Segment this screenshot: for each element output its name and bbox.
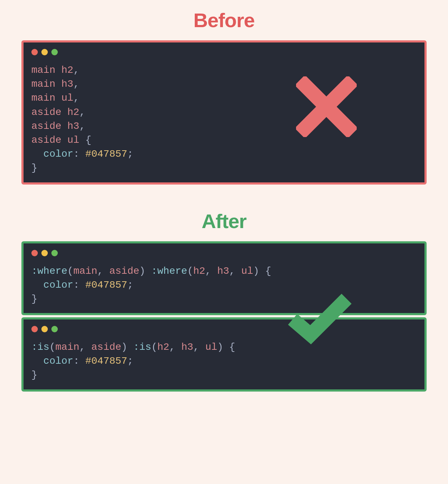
- window-traffic-lights: [31, 49, 417, 55]
- code-token: h2: [193, 266, 205, 277]
- code-token: color: [44, 279, 73, 291]
- after-code-card-where: :where(main, aside) :where(h2, h3, ul) {…: [21, 241, 427, 316]
- code-token: main h2: [31, 65, 73, 76]
- after-code-card-is: :is(main, aside) :is(h2, h3, ul) { color…: [21, 317, 427, 392]
- code-token: }: [31, 293, 37, 304]
- code-token: ul: [205, 342, 217, 353]
- code-token: ul: [241, 266, 253, 277]
- window-traffic-lights: [31, 250, 417, 256]
- code-token: aside h3: [31, 121, 79, 132]
- code-token: ,: [73, 92, 80, 104]
- code-token: ;: [127, 148, 133, 160]
- traffic-green-icon: [51, 326, 58, 332]
- code-token: h3: [181, 342, 193, 353]
- traffic-red-icon: [31, 49, 38, 55]
- code-token: aside: [91, 342, 121, 353]
- code-token: ,: [169, 342, 182, 353]
- check-icon: [287, 291, 352, 345]
- traffic-red-icon: [31, 326, 38, 332]
- before-code-card: main h2, main h3, main ul, aside h2, asi…: [21, 40, 427, 185]
- code-token: }: [31, 369, 37, 380]
- traffic-green-icon: [51, 49, 58, 55]
- code-token: main ul: [31, 92, 73, 104]
- code-token: [145, 266, 151, 277]
- code-token: }: [31, 162, 37, 173]
- after-section: :where(main, aside) :where(h2, h3, ul) {…: [0, 241, 448, 392]
- before-code: main h2, main h3, main ul, aside h2, asi…: [31, 63, 417, 175]
- code-token: :: [73, 279, 86, 291]
- code-token: #047857: [85, 279, 127, 291]
- code-token: h2: [157, 342, 169, 353]
- code-token: color: [44, 356, 73, 367]
- code-token: :is: [31, 342, 49, 353]
- after-code-where: :where(main, aside) :where(h2, h3, ul) {…: [31, 264, 417, 306]
- code-token: #047857: [85, 148, 127, 160]
- code-token: ,: [79, 342, 91, 353]
- code-token: {: [223, 342, 235, 353]
- code-token: h3: [217, 266, 229, 277]
- code-token: :is: [133, 342, 151, 353]
- code-token: {: [259, 266, 271, 277]
- code-token: ): [121, 342, 127, 353]
- code-token: aside ul: [31, 135, 79, 146]
- code-token: ,: [97, 266, 110, 277]
- traffic-red-icon: [31, 250, 38, 256]
- code-token: ): [253, 266, 259, 277]
- code-token: main: [73, 266, 97, 277]
- code-token: ,: [73, 65, 80, 76]
- code-token: #047857: [85, 356, 127, 367]
- code-token: :where: [151, 266, 187, 277]
- code-token: :: [73, 356, 86, 367]
- code-token: main: [55, 342, 79, 353]
- code-token: aside h2: [31, 107, 79, 118]
- code-token: (: [67, 266, 73, 277]
- code-token: main h3: [31, 79, 73, 90]
- code-token: ,: [79, 107, 85, 118]
- code-token: (: [49, 342, 55, 353]
- code-token: ,: [229, 266, 241, 277]
- window-traffic-lights: [31, 326, 417, 332]
- code-token: color: [44, 148, 73, 160]
- code-token: ): [217, 342, 223, 353]
- code-token: ;: [127, 279, 133, 291]
- code-token: [31, 148, 44, 160]
- code-token: (: [151, 342, 157, 353]
- code-token: [31, 279, 44, 291]
- code-token: ,: [73, 79, 80, 90]
- code-token: :where: [31, 266, 67, 277]
- code-token: ,: [79, 121, 85, 132]
- after-code-is: :is(main, aside) :is(h2, h3, ul) { color…: [31, 340, 417, 382]
- traffic-yellow-icon: [41, 326, 48, 332]
- traffic-yellow-icon: [41, 49, 48, 55]
- code-token: aside: [109, 266, 139, 277]
- code-token: ,: [205, 266, 217, 277]
- code-token: [127, 342, 133, 353]
- cross-icon: [296, 76, 357, 137]
- after-title: After: [0, 210, 448, 233]
- code-token: [31, 356, 44, 367]
- code-token: ): [139, 266, 145, 277]
- code-token: (: [187, 266, 193, 277]
- code-token: :: [73, 148, 86, 160]
- traffic-green-icon: [51, 250, 58, 256]
- code-token: ;: [127, 356, 133, 367]
- code-token: ,: [193, 342, 205, 353]
- before-title: Before: [0, 9, 448, 32]
- code-token: {: [79, 135, 91, 146]
- traffic-yellow-icon: [41, 250, 48, 256]
